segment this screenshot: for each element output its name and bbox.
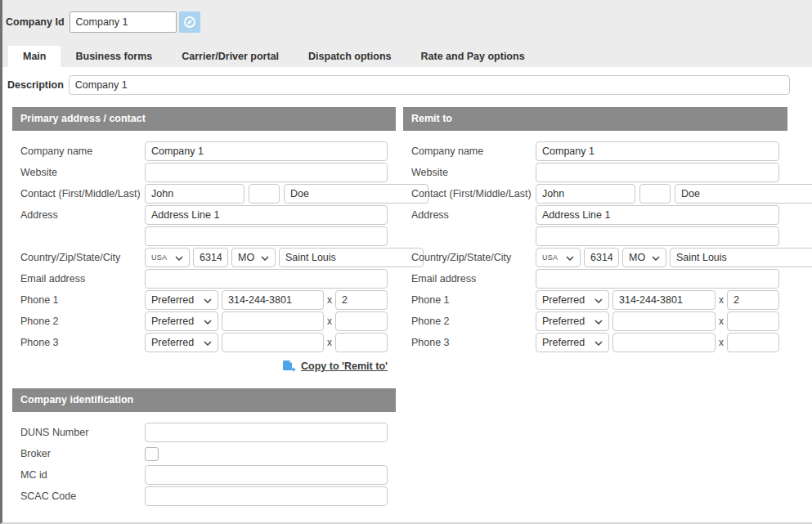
remit-contact-middle-input[interactable] bbox=[639, 184, 671, 204]
phone3-label: Phone 3 bbox=[20, 337, 145, 348]
country-zip-state-city-label: Country/Zip/State/City bbox=[20, 252, 145, 263]
primary-phone3-type-select[interactable]: Preferred bbox=[145, 333, 218, 352]
primary-website-input[interactable] bbox=[145, 163, 388, 182]
remit-to-panel: Remit to Company name Website Contact (F… bbox=[403, 107, 787, 354]
broker-checkbox[interactable] bbox=[145, 447, 159, 461]
website-label: Website bbox=[20, 167, 145, 178]
remit-phone2-number-input[interactable] bbox=[612, 311, 716, 331]
main-content: Description Primary address / contact Co… bbox=[2, 67, 812, 522]
company-id-row: Company Id bbox=[6, 11, 200, 33]
remit-phone3-number-input[interactable] bbox=[612, 333, 716, 352]
company-id-input[interactable] bbox=[70, 11, 177, 33]
duns-number-label: DUNS Number bbox=[20, 427, 145, 438]
scac-code-input[interactable] bbox=[145, 486, 388, 506]
country-zip-state-city-label: Country/Zip/State/City bbox=[411, 252, 536, 263]
chevron-down-icon bbox=[594, 337, 603, 348]
company-name-label: Company name bbox=[20, 146, 145, 157]
primary-zip-input[interactable] bbox=[193, 248, 228, 267]
remit-website-input[interactable] bbox=[536, 163, 779, 182]
email-label: Email address bbox=[20, 273, 145, 284]
chevron-down-icon bbox=[594, 294, 603, 306]
ext-separator: x bbox=[719, 294, 724, 306]
remit-phone2-type-select[interactable]: Preferred bbox=[536, 311, 609, 331]
mc-id-label: MC id bbox=[20, 469, 145, 481]
remit-phone3-ext-input[interactable] bbox=[727, 333, 779, 352]
tab-business-forms[interactable]: Business forms bbox=[61, 46, 167, 67]
phone1-label: Phone 1 bbox=[20, 294, 145, 306]
contact-label: Contact (First/Middle/Last) bbox=[20, 188, 145, 199]
tab-carrier-driver-portal[interactable]: Carrier/Driver portal bbox=[167, 46, 294, 67]
phone3-label: Phone 3 bbox=[411, 337, 536, 348]
identification-panel-header: Company identification bbox=[12, 388, 396, 412]
remit-address1-input[interactable] bbox=[536, 205, 779, 225]
remit-state-select[interactable]: MO bbox=[622, 248, 666, 267]
chevron-down-icon bbox=[566, 252, 574, 263]
address-label: Address bbox=[20, 209, 145, 221]
primary-phone3-ext-input[interactable] bbox=[335, 333, 388, 352]
primary-address-panel: Primary address / contact Company name W… bbox=[12, 107, 396, 374]
primary-company-name-input[interactable] bbox=[145, 141, 388, 161]
tab-bar: Main Business forms Carrier/Driver porta… bbox=[8, 46, 540, 67]
ext-separator: x bbox=[719, 316, 724, 327]
phone1-label: Phone 1 bbox=[411, 294, 536, 306]
description-input[interactable] bbox=[69, 75, 790, 95]
email-label: Email address bbox=[411, 273, 536, 284]
primary-email-input[interactable] bbox=[145, 269, 388, 289]
description-label: Description bbox=[7, 79, 64, 91]
primary-phone2-ext-input[interactable] bbox=[335, 311, 388, 331]
primary-address2-input[interactable] bbox=[145, 226, 388, 246]
chevron-down-icon bbox=[204, 316, 212, 327]
ext-separator: x bbox=[327, 337, 332, 348]
primary-phone2-number-input[interactable] bbox=[222, 311, 324, 331]
scac-code-label: SCAC Code bbox=[20, 490, 145, 502]
primary-country-select[interactable]: USA bbox=[145, 248, 190, 267]
company-id-label: Company Id bbox=[6, 16, 65, 28]
chevron-down-icon bbox=[175, 252, 183, 263]
remit-phone1-ext-input[interactable] bbox=[727, 290, 779, 310]
mc-id-input[interactable] bbox=[145, 465, 388, 485]
remit-zip-input[interactable] bbox=[584, 248, 619, 267]
remit-phone2-ext-input[interactable] bbox=[727, 311, 779, 331]
chevron-down-icon bbox=[594, 316, 603, 327]
primary-phone1-ext-input[interactable] bbox=[335, 290, 388, 310]
remit-city-input[interactable] bbox=[670, 248, 812, 267]
remit-contact-last-input[interactable] bbox=[675, 184, 812, 204]
copy-document-arrow-icon bbox=[282, 360, 296, 373]
primary-state-select[interactable]: MO bbox=[231, 248, 276, 267]
remit-panel-header: Remit to bbox=[403, 107, 787, 131]
duns-number-input[interactable] bbox=[145, 423, 388, 442]
tab-rate-and-pay-options[interactable]: Rate and Pay options bbox=[406, 46, 539, 67]
phone2-label: Phone 2 bbox=[20, 316, 145, 327]
copy-to-remit-link[interactable]: Copy to 'Remit to' bbox=[282, 360, 388, 373]
ext-separator: x bbox=[719, 337, 724, 348]
remit-company-name-input[interactable] bbox=[536, 141, 779, 161]
remit-country-select[interactable]: USA bbox=[536, 248, 581, 267]
tab-dispatch-options[interactable]: Dispatch options bbox=[294, 46, 406, 67]
remit-address2-input[interactable] bbox=[536, 226, 779, 246]
primary-address1-input[interactable] bbox=[145, 205, 388, 225]
contact-label: Contact (First/Middle/Last) bbox=[411, 188, 536, 199]
primary-contact-middle-input[interactable] bbox=[249, 184, 280, 204]
compass-lookup-icon bbox=[183, 16, 196, 29]
primary-panel-header: Primary address / contact bbox=[12, 107, 396, 131]
description-row: Description bbox=[7, 75, 790, 95]
top-strip: Company Id Main Business forms Carrier/D… bbox=[2, 0, 812, 67]
company-identification-panel: Company identification DUNS Number Broke… bbox=[12, 388, 396, 508]
lookup-button[interactable] bbox=[179, 11, 200, 33]
remit-email-input[interactable] bbox=[536, 269, 779, 289]
remit-phone3-type-select[interactable]: Preferred bbox=[536, 333, 609, 352]
primary-city-input[interactable] bbox=[279, 248, 424, 267]
address-label: Address bbox=[411, 209, 536, 221]
company-name-label: Company name bbox=[411, 146, 536, 157]
remit-phone1-type-select[interactable]: Preferred bbox=[536, 290, 609, 310]
tab-main[interactable]: Main bbox=[8, 46, 61, 67]
remit-contact-first-input[interactable] bbox=[536, 184, 635, 204]
primary-phone1-type-select[interactable]: Preferred bbox=[145, 290, 218, 310]
chevron-down-icon bbox=[652, 252, 660, 263]
primary-contact-first-input[interactable] bbox=[145, 184, 244, 204]
primary-phone1-number-input[interactable] bbox=[222, 290, 324, 310]
primary-phone3-number-input[interactable] bbox=[222, 333, 324, 352]
chevron-down-icon bbox=[204, 294, 212, 306]
remit-phone1-number-input[interactable] bbox=[612, 290, 716, 310]
primary-phone2-type-select[interactable]: Preferred bbox=[145, 311, 218, 331]
